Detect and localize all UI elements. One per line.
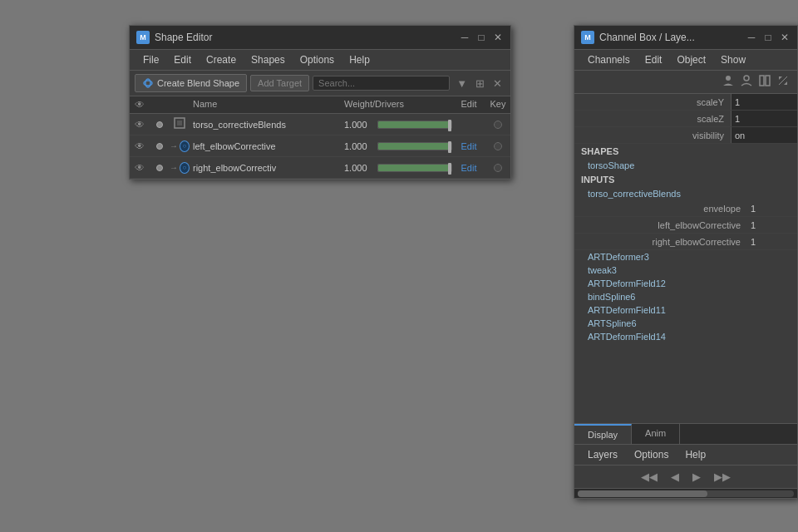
channel-box-title: Channel Box / Laye...	[599, 32, 695, 43]
close-button[interactable]: ✕	[492, 32, 504, 43]
cb-sub-row[interactable]: envelope 1	[574, 200, 797, 217]
person-icon	[722, 75, 734, 86]
row-checkbox[interactable]	[150, 121, 170, 128]
cb-property-row[interactable]: scaleY 1	[574, 94, 797, 111]
cb-sub-label: left_elbowCorrective	[574, 220, 747, 230]
cb-property-row[interactable]: visibility on	[574, 127, 797, 144]
menu-shapes[interactable]: Shapes	[244, 52, 292, 67]
svg-rect-6	[760, 76, 764, 86]
nav-last-button[interactable]: ▶▶	[711, 469, 734, 485]
row-checkbox[interactable]	[150, 165, 170, 171]
expand-icon	[777, 75, 789, 86]
minimize-button[interactable]: ─	[459, 32, 470, 43]
table-row[interactable]: 👁 torso_correctiveBlends 1.000	[130, 114, 510, 135]
row-weight-area: 1.000	[344, 120, 452, 130]
filter-icon-button[interactable]: ▼	[453, 76, 470, 91]
person-icon-button[interactable]	[721, 73, 736, 91]
row-visibility-toggle[interactable]: 👁	[130, 162, 150, 174]
row-type-icon	[170, 116, 190, 132]
cb-input-item[interactable]: ARTDeformField11	[574, 303, 797, 317]
person2-icon-button[interactable]	[739, 73, 754, 91]
cb-input-item[interactable]: ARTDeformField14	[574, 330, 797, 343]
table-row[interactable]: 👁 → ○ left_elbowCorrective 1.000 Edit	[130, 135, 510, 157]
cb-maximize-button[interactable]: □	[762, 32, 774, 43]
cb-property-value[interactable]: on	[731, 127, 797, 143]
settings-icon-button[interactable]: ⊞	[472, 76, 488, 91]
search-input[interactable]	[318, 78, 444, 88]
cb-input-item[interactable]: ARTSpline6	[574, 317, 797, 330]
menu-help[interactable]: Help	[342, 52, 377, 67]
maximize-button[interactable]: □	[475, 32, 487, 43]
cb-property-value[interactable]: 1	[731, 94, 797, 110]
key-dot[interactable]	[494, 142, 502, 150]
create-blend-shape-button[interactable]: Create Blend Shape	[135, 74, 247, 92]
weight-slider-handle[interactable]	[448, 141, 451, 153]
cb-menu-show[interactable]: Show	[714, 52, 752, 67]
row-key-dot	[485, 164, 510, 172]
row-name-label: right_elbowCorrectiv	[190, 163, 344, 173]
weight-slider-handle[interactable]	[448, 163, 451, 175]
channel-box-bottom-tabs: Display Anim	[574, 423, 797, 444]
nav-next-button[interactable]: ▶	[689, 469, 704, 485]
cb-input-item[interactable]: ARTDeformer3	[574, 250, 797, 264]
cb-menu-object[interactable]: Object	[670, 52, 712, 67]
blend-node-icon	[173, 116, 186, 130]
cb-bottom-menu-help[interactable]: Help	[678, 447, 712, 462]
horizontal-scrollbar[interactable]	[574, 488, 797, 498]
channel-box-menubar: Channels Edit Object Show	[574, 50, 797, 71]
row-visibility-toggle[interactable]: 👁	[130, 119, 150, 131]
cb-input-item[interactable]: torso_correctiveBlends	[574, 187, 797, 200]
weight-value: 1.000	[344, 141, 374, 151]
menu-options[interactable]: Options	[293, 52, 341, 67]
cb-bottom-menu-options[interactable]: Options	[628, 447, 675, 462]
cb-input-item[interactable]: tweak3	[574, 264, 797, 277]
row-edit-button[interactable]: Edit	[452, 163, 485, 173]
menu-edit[interactable]: Edit	[167, 52, 198, 67]
cb-close-button[interactable]: ✕	[779, 32, 791, 43]
cb-shape-item[interactable]: torsoShape	[574, 159, 797, 172]
weight-slider[interactable]	[377, 142, 452, 150]
row-visibility-toggle[interactable]: 👁	[130, 140, 150, 152]
scrollbar-thumb[interactable]	[578, 490, 707, 497]
weight-slider-handle[interactable]	[448, 120, 451, 131]
nav-prev-button[interactable]: ◀	[667, 469, 682, 485]
check-dot	[156, 143, 163, 150]
menu-create[interactable]: Create	[200, 52, 243, 67]
cb-sub-row[interactable]: right_elbowCorrective 1	[574, 234, 797, 250]
cb-property-value[interactable]: 1	[731, 111, 797, 126]
layout-icon-button[interactable]	[757, 73, 772, 91]
row-checkbox[interactable]	[150, 143, 170, 150]
weight-slider[interactable]	[377, 164, 452, 172]
row-edit-button[interactable]: Edit	[452, 141, 485, 151]
cb-property-row[interactable]: scaleZ 1	[574, 111, 797, 127]
delete-icon-button[interactable]: ✕	[490, 76, 505, 91]
eye-icon: 👁	[135, 119, 145, 131]
table-row[interactable]: 👁 → ○ right_elbowCorrectiv 1.000 Edit	[130, 157, 510, 179]
cb-input-item[interactable]: bindSpline6	[574, 290, 797, 303]
key-dot[interactable]	[494, 121, 502, 129]
expand-icon-button[interactable]	[776, 73, 791, 91]
menu-file[interactable]: File	[136, 52, 165, 67]
weight-slider[interactable]	[377, 121, 452, 129]
cb-sub-row[interactable]: left_elbowCorrective 1	[574, 217, 797, 234]
tab-display[interactable]: Display	[574, 424, 632, 444]
col-header-type	[170, 99, 190, 111]
eye-icon: 👁	[135, 140, 145, 152]
check-dot	[156, 165, 163, 171]
row-key-dot	[485, 121, 510, 129]
col-header-key: Key	[485, 99, 510, 111]
key-dot[interactable]	[494, 164, 502, 172]
add-target-button[interactable]: Add Target	[250, 75, 309, 91]
person2-icon	[741, 75, 752, 86]
channel-box-titlebar: M Channel Box / Laye... ─ □ ✕	[574, 26, 797, 50]
cb-minimize-button[interactable]: ─	[746, 32, 757, 43]
tab-anim[interactable]: Anim	[632, 424, 680, 444]
cb-input-item[interactable]: ARTDeformField12	[574, 277, 797, 290]
shape-editor-title: Shape Editor	[155, 32, 212, 43]
cb-bottom-menu-layers[interactable]: Layers	[581, 447, 624, 462]
cb-menu-edit[interactable]: Edit	[638, 52, 669, 67]
scrollbar-track	[578, 490, 794, 497]
cb-menu-channels[interactable]: Channels	[581, 52, 637, 67]
layout-icon	[759, 75, 771, 86]
nav-first-button[interactable]: ◀◀	[638, 469, 661, 485]
